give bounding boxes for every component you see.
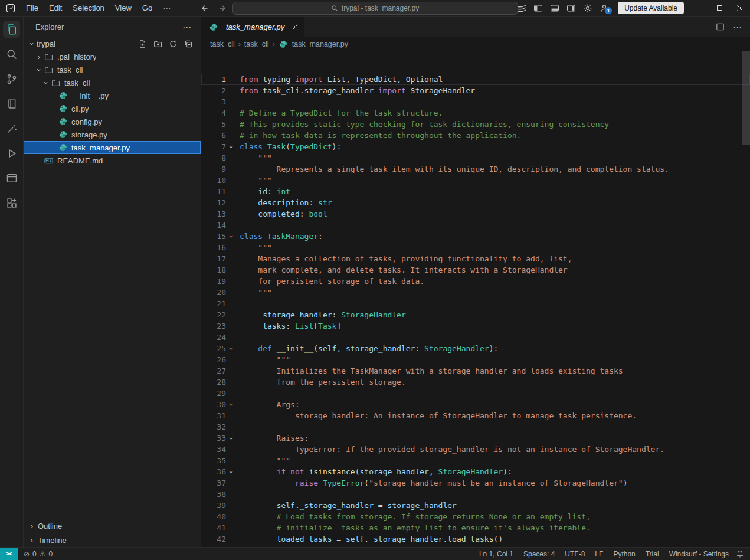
split-editor-icon[interactable] <box>716 22 725 31</box>
menu-view[interactable]: View <box>110 0 137 16</box>
code-line[interactable]: 30› Args: <box>201 399 750 410</box>
timeline-section[interactable]: › Timeline <box>24 533 201 547</box>
code-line[interactable]: 27 Initializes the TaskManager with a st… <box>201 365 750 376</box>
toggle-primary-sidebar-icon[interactable] <box>530 0 546 16</box>
code-line[interactable]: 13 completed: bool <box>201 208 750 220</box>
explorer-activity-icon[interactable] <box>3 21 20 38</box>
code-line[interactable]: 22 _storage_handler: StorageHandler <box>201 309 750 320</box>
code-line[interactable]: 39 self._storage_handler = storage_handl… <box>201 500 750 511</box>
code-line[interactable]: 10 """ <box>201 175 750 186</box>
code-line[interactable]: 24 <box>201 332 750 343</box>
code-line[interactable]: 25› def __init__(self, storage_handler: … <box>201 343 750 354</box>
fold-chevron-icon[interactable]: › <box>226 141 236 152</box>
toggle-panel-icon[interactable] <box>547 0 562 16</box>
fold-chevron-icon[interactable]: › <box>226 466 236 477</box>
collapse-all-icon[interactable] <box>184 40 193 48</box>
code-line[interactable]: 40 # Load tasks from storage. If storage… <box>201 511 750 522</box>
code-line[interactable]: 9 Represents a single task item with its… <box>201 163 750 175</box>
close-tab-icon[interactable] <box>293 24 298 30</box>
status-indentation[interactable]: Spaces: 4 <box>523 550 555 558</box>
menu-go[interactable]: Go <box>137 0 158 16</box>
code-line[interactable]: 20 """ <box>201 287 750 298</box>
code-line[interactable]: 14 <box>201 220 750 231</box>
code-line[interactable]: 38 <box>201 489 750 500</box>
code-line[interactable]: 2from task_cli.storage_handler import St… <box>201 85 750 96</box>
code-line[interactable]: 26 """ <box>201 354 750 365</box>
tree-item--pai-history[interactable]: ›.pai_history <box>24 50 201 63</box>
code-line[interactable]: 8 """ <box>201 152 750 163</box>
command-center-search[interactable]: trypai - task_manager.py <box>232 2 518 15</box>
tree-item-task-cli[interactable]: ›task_cli <box>24 76 201 89</box>
run-debug-activity-icon[interactable] <box>3 145 20 162</box>
update-available-button[interactable]: Update Available <box>618 2 684 14</box>
settings-gear-icon[interactable] <box>580 0 595 16</box>
code-line[interactable]: 1from typing import List, TypedDict, Opt… <box>201 74 750 85</box>
breadcrumb[interactable]: task_cli › task_cli › task_manager.py <box>201 37 750 51</box>
menu-file[interactable]: File <box>21 0 44 16</box>
new-folder-icon[interactable] <box>153 40 162 48</box>
code-line[interactable]: 32 <box>201 421 750 433</box>
minimize-button[interactable] <box>690 0 709 16</box>
status-language-mode[interactable]: Python <box>613 550 635 558</box>
maximize-button[interactable] <box>710 0 729 16</box>
code-line[interactable]: 35 """ <box>201 455 750 466</box>
code-line[interactable]: 29 <box>201 388 750 399</box>
tab-task-manager-py[interactable]: task_manager.py <box>201 17 304 37</box>
tree-root-trypai[interactable]: › trypai <box>24 37 201 50</box>
code-line[interactable]: 12 description: str <box>201 197 750 208</box>
fold-chevron-icon[interactable]: › <box>226 433 236 444</box>
forward-arrow-icon[interactable] <box>218 4 228 13</box>
breadcrumb-file[interactable]: task_manager.py <box>292 40 348 48</box>
tree-item-task-cli[interactable]: ›task_cli <box>24 63 201 76</box>
code-line[interactable]: 18 mark complete, and delete tasks. It i… <box>201 264 750 276</box>
code-line[interactable]: 42 loaded_tasks = self._storage_handler.… <box>201 533 750 545</box>
tree-item-storage-py[interactable]: storage.py <box>24 128 201 141</box>
tree-item-readme-md[interactable]: README.md <box>24 154 201 167</box>
code-line[interactable]: 5# This provides static type checking fo… <box>201 119 750 130</box>
code-line[interactable]: 17 Manages a collection of tasks, provid… <box>201 253 750 264</box>
refresh-icon[interactable] <box>169 40 178 48</box>
code-line[interactable]: 23 _tasks: List[Task] <box>201 320 750 332</box>
menu-edit[interactable]: Edit <box>44 0 67 16</box>
code-line[interactable]: 7›class Task(TypedDict): <box>201 141 750 152</box>
code-line[interactable]: 4# Define a TypedDict for the task struc… <box>201 107 750 119</box>
source-control-activity-icon[interactable] <box>3 70 20 87</box>
code-line[interactable]: 19 for persistent storage of task data. <box>201 276 750 287</box>
code-line[interactable]: 21 <box>201 298 750 309</box>
tree-item--init-py[interactable]: __init__.py <box>24 89 201 102</box>
explorer-more-actions-icon[interactable]: ⋯ <box>182 22 191 31</box>
code-line[interactable]: 6# in how task data is represented throu… <box>201 130 750 141</box>
status-trial[interactable]: Trial <box>646 550 659 558</box>
remote-indicator[interactable]: >< <box>0 548 18 560</box>
extensions-activity-icon[interactable] <box>3 194 20 211</box>
breadcrumb-folder[interactable]: task_cli <box>210 40 235 48</box>
outline-section[interactable]: › Outline <box>24 519 201 533</box>
code-line[interactable]: 3 <box>201 96 750 107</box>
code-line[interactable]: 16 """ <box>201 242 750 253</box>
status-eol[interactable]: LF <box>595 550 603 558</box>
search-activity-icon[interactable] <box>3 45 20 63</box>
editor-more-actions-icon[interactable]: ⋯ <box>733 22 742 31</box>
close-window-button[interactable] <box>730 0 749 16</box>
code-area[interactable]: 1from typing import List, TypedDict, Opt… <box>201 51 750 547</box>
tree-item-config-py[interactable]: config.py <box>24 115 201 128</box>
back-arrow-icon[interactable] <box>199 4 209 13</box>
account-icon[interactable]: 1 <box>597 0 612 16</box>
code-line[interactable]: 28 from the persistent storage. <box>201 376 750 388</box>
new-file-icon[interactable] <box>138 40 147 48</box>
breadcrumb-folder[interactable]: task_cli <box>244 40 269 48</box>
code-line[interactable]: 41 # initialize _tasks as an empty list … <box>201 522 750 533</box>
code-line[interactable]: 37 raise TypeError("storage_handler must… <box>201 477 750 489</box>
docs-library-activity-icon[interactable] <box>3 95 20 112</box>
status-cursor-position[interactable]: Ln 1, Col 1 <box>479 550 513 558</box>
tree-item-cli-py[interactable]: cli.py <box>24 102 201 115</box>
code-line[interactable]: 34 TypeError: If the provided storage_ha… <box>201 444 750 455</box>
menu-selection[interactable]: Selection <box>67 0 109 16</box>
code-line[interactable]: 31 storage_handler: An instance of Stora… <box>201 410 750 421</box>
ai-wand-activity-icon[interactable] <box>3 120 20 137</box>
fold-chevron-icon[interactable]: › <box>226 343 236 354</box>
editor-scrollbar[interactable] <box>742 51 750 145</box>
status-encoding[interactable]: UTF-8 <box>565 550 585 558</box>
toggle-secondary-sidebar-icon[interactable] <box>564 0 579 16</box>
code-line[interactable]: 43 self._tasks = loaded_tasks if loaded_… <box>201 545 750 547</box>
